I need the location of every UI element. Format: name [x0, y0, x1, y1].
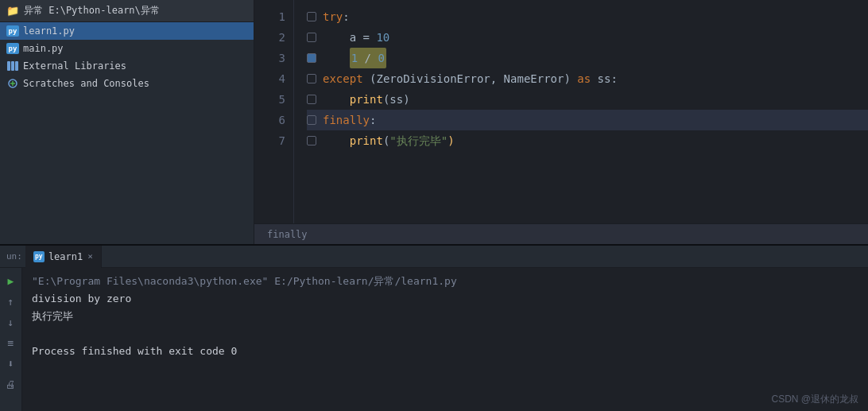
print-button[interactable]: 🖨	[3, 376, 19, 392]
main-area: 📁 异常 E:\Python-learn\异常 py learn1.py py …	[0, 0, 868, 244]
sidebar: 📁 异常 E:\Python-learn\异常 py learn1.py py …	[0, 0, 254, 244]
bp-6	[307, 115, 316, 125]
sidebar-item-scratch[interactable]: Scratches and Consoles	[0, 75, 254, 92]
console-line-1: division by zero	[32, 290, 858, 308]
tab-close-icon[interactable]: ×	[87, 251, 93, 262]
sidebar-item-label-ext: External Libraries	[23, 60, 126, 72]
line-num-4: 4	[254, 68, 285, 89]
line-num-6: 6	[254, 110, 285, 130]
bp-2	[307, 33, 316, 42]
run-prefix: un:	[6, 251, 22, 262]
editor-area: 1 2 3 4 5 6 7 try: a = 10	[254, 0, 868, 244]
scratch-icon	[6, 77, 19, 90]
console-output: "E:\Program Files\naconda3\python.exe" E…	[22, 268, 868, 411]
library-icon	[6, 60, 19, 72]
line-num-1: 1	[254, 6, 285, 27]
console-toolbar: ▶ ↑ ↓ ≡ ⬇ 🖨	[0, 268, 22, 411]
sidebar-item-learn1[interactable]: py learn1.py	[0, 22, 254, 40]
bottom-panel: un: py learn1 × ▶ ↑ ↓ ≡ ⬇ 🖨 "E:\Program …	[0, 244, 868, 411]
line-numbers: 1 2 3 4 5 6 7	[254, 0, 294, 223]
tab-py-icon: py	[33, 251, 45, 262]
console-line-0: "E:\Program Files\naconda3\python.exe" E…	[32, 273, 858, 290]
bp-5	[307, 95, 316, 104]
line-num-7: 7	[254, 130, 285, 151]
bp-3	[307, 53, 316, 63]
bp-1	[307, 12, 316, 21]
bp-4	[307, 74, 316, 83]
bottom-tab-learn1[interactable]: py learn1 ×	[25, 246, 102, 268]
sidebar-header-title: 异常 E:\Python-learn\异常	[24, 4, 160, 17]
bp-7	[307, 136, 316, 145]
sidebar-item-ext[interactable]: External Libraries	[0, 57, 254, 75]
code-line-5: print(ss)	[307, 89, 868, 110]
console-line-2: 执行完毕	[32, 308, 858, 325]
watermark: CSDN @退休的龙叔	[771, 393, 858, 406]
svg-rect-0	[7, 61, 10, 71]
sidebar-item-main[interactable]: py main.py	[0, 40, 254, 57]
sidebar-header: 📁 异常 E:\Python-learn\异常	[0, 0, 254, 22]
align-button[interactable]: ≡	[3, 335, 19, 351]
sidebar-item-label-main: main.py	[23, 43, 64, 54]
code-line-4: except (ZeroDivisionError, NameError) as…	[307, 68, 868, 89]
folder-icon: 📁	[6, 5, 19, 17]
python-file-icon-main: py	[6, 42, 19, 55]
editor-content: 1 2 3 4 5 6 7 try: a = 10	[254, 0, 868, 223]
scroll-down-button[interactable]: ↓	[3, 314, 19, 330]
code-line-1: try:	[307, 6, 868, 27]
code-editor[interactable]: try: a = 10 1 / 0 except (ZeroDivisionEr…	[294, 0, 868, 223]
line-num-5: 5	[254, 89, 285, 110]
console-area: ▶ ↑ ↓ ≡ ⬇ 🖨 "E:\Program Files\naconda3\p…	[0, 268, 868, 411]
code-line-3: 1 / 0	[307, 48, 868, 68]
svg-rect-2	[15, 61, 18, 71]
code-line-7: print("执行完毕")	[307, 130, 868, 151]
download-button[interactable]: ⬇	[3, 355, 19, 371]
code-line-2: a = 10	[307, 27, 868, 48]
scroll-up-button[interactable]: ↑	[3, 293, 19, 309]
hint-text: finally	[267, 229, 308, 240]
watermark-text: CSDN @退休的龙叔	[771, 394, 858, 405]
editor-hint: finally	[254, 223, 868, 244]
console-line-3	[32, 325, 858, 343]
line-num-3: 3	[254, 48, 285, 68]
bottom-tabs: un: py learn1 ×	[0, 246, 868, 268]
run-button[interactable]: ▶	[3, 273, 19, 289]
line-num-2: 2	[254, 27, 285, 48]
svg-rect-1	[11, 61, 14, 71]
sidebar-item-label-scratch: Scratches and Consoles	[23, 78, 149, 89]
sidebar-item-label: learn1.py	[23, 25, 75, 37]
tab-label: learn1	[48, 251, 83, 262]
console-line-4: Process finished with exit code 0	[32, 343, 858, 360]
python-file-icon: py	[6, 25, 19, 37]
code-line-6: finally:	[307, 110, 868, 130]
